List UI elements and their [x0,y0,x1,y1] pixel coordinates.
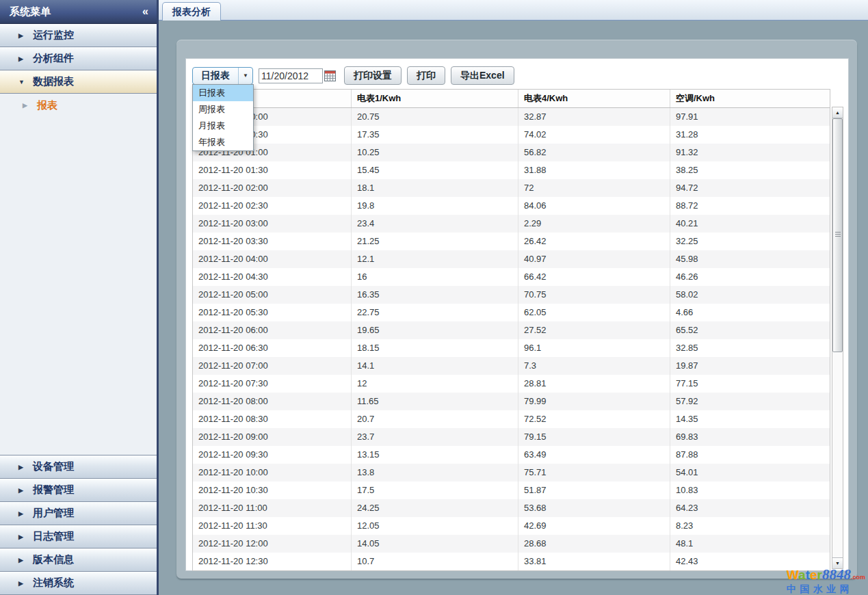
sidebar: 系统菜单 « ▶ 运行监控 ▶ 分析组件 ▼ 数据报表 ▶ 报表 ▶设备管理▶报… [0,0,159,595]
sidebar-item-analysis-components[interactable]: ▶ 分析组件 [0,47,157,70]
table-cell: 74.02 [518,126,670,144]
table-row[interactable]: 2012-11-20 06:3018.1596.132.85 [193,339,830,357]
table-cell: 2012-11-20 11:00 [193,499,352,517]
tab-bar: 报表分析 [159,0,868,21]
table-cell: 22.75 [352,304,518,321]
dropdown-option[interactable]: 日报表 [193,85,253,101]
table-cell: 17.35 [352,126,518,144]
table-row[interactable]: 2012-11-20 00:3017.3574.0231.28 [193,126,830,144]
table-cell: 2012-11-20 03:30 [193,233,352,250]
sidebar-item[interactable]: ▶报警管理 [0,479,157,502]
table-cell: 2.29 [518,215,670,233]
table-cell: 19.65 [352,321,518,339]
calendar-icon[interactable] [324,69,339,82]
table-row[interactable]: 2012-11-20 12:3010.733.8142.43 [193,553,830,570]
table-row[interactable]: 2012-11-20 10:3017.551.8710.83 [193,481,830,499]
table-row[interactable]: 2012-11-20 07:301228.8177.15 [193,375,830,393]
table-cell: 13.15 [352,446,518,464]
table-row[interactable]: 2012-11-20 11:0024.2553.6864.23 [193,499,830,517]
chevron-right-icon: ▶ [18,580,25,587]
table-cell: 14.1 [352,357,518,375]
report-panel: 日报表 ▼ [176,40,857,579]
collapse-sidebar-icon[interactable]: « [142,5,148,18]
table-row[interactable]: 2012-11-20 07:0014.17.319.87 [193,357,830,375]
table-row[interactable]: 2012-11-20 11:3012.0542.698.23 [193,517,830,535]
table-cell: 97.91 [670,108,830,126]
table-row[interactable]: 2012-11-20 08:0011.6579.9957.92 [193,393,830,410]
sidebar-item-run-monitor[interactable]: ▶ 运行监控 [0,24,157,47]
watermark-line2: 中国水业网 [787,584,865,594]
chevron-right-icon: ▶ [18,533,25,540]
table-cell: 17.5 [352,481,518,499]
dropdown-option[interactable]: 年报表 [193,134,253,150]
table-row[interactable]: 2012-11-20 04:0012.140.9745.98 [193,250,830,268]
table-cell: 4.66 [670,304,830,321]
watermark-logo: Water8848.com 中国水业网 [787,568,865,594]
table-row[interactable]: 2012-11-20 04:301666.4246.26 [193,268,830,286]
table-cell: 58.02 [670,286,830,304]
chevron-right-icon: ▶ [18,487,25,494]
sidebar-item[interactable]: ▶用户管理 [0,502,157,525]
table-row[interactable]: 2012-11-20 06:0019.6527.5265.52 [193,321,830,339]
report-type-select[interactable]: 日报表 ▼ [192,67,253,85]
sidebar-item-label: 日志管理 [33,530,74,543]
table-cell: 13.8 [352,464,518,481]
table-cell: 24.25 [352,499,518,517]
print-button[interactable]: 打印 [407,66,445,85]
table-row[interactable]: 2012-11-20 12:0014.0528.6848.1 [193,535,830,553]
table-row[interactable]: 2012-11-20 10:0013.875.7154.01 [193,464,830,481]
table-row[interactable]: 2012-11-20 08:3020.772.5214.35 [193,410,830,428]
table-cell: 38.25 [670,161,830,179]
table-row[interactable]: 2012-11-20 01:0010.2556.8291.32 [193,144,830,161]
sidebar-subitem-report[interactable]: ▶ 报表 [0,94,157,117]
export-excel-button[interactable]: 导出Excel [451,66,514,85]
table-row[interactable]: 2012-11-20 01:3015.4531.8838.25 [193,161,830,179]
table-cell: 2012-11-20 12:00 [193,535,352,553]
table-row[interactable]: 2012-11-20 09:0023.779.1569.83 [193,428,830,446]
sidebar-item-data-reports[interactable]: ▼ 数据报表 [0,70,157,94]
sidebar-header: 系统菜单 « [0,0,157,24]
sidebar-item-label: 注销系统 [33,577,74,590]
table-row[interactable]: 2012-11-20 00:0020.7532.8797.91 [193,108,830,126]
table-row[interactable]: 2012-11-20 05:0016.3570.7558.02 [193,286,830,304]
table-cell: 79.15 [518,428,670,446]
tab-report-analysis[interactable]: 报表分析 [162,2,221,21]
sidebar-spacer [0,117,157,455]
table-row[interactable]: 2012-11-20 02:3019.884.0688.72 [193,197,830,215]
table-cell: 33.81 [518,553,670,570]
table-cell: 79.99 [518,393,670,410]
table-cell: 46.26 [670,268,830,286]
dropdown-option[interactable]: 月报表 [193,118,253,134]
watermark-letter: r [817,568,822,582]
scroll-up-button[interactable]: ▲ [832,107,843,118]
table-header-meter4: 电表4/Kwh [518,90,670,107]
table-row[interactable]: 2012-11-20 02:0018.17294.72 [193,179,830,197]
report-type-dropdown: 日报表周报表月报表年报表 [192,84,254,151]
table-cell: 28.81 [518,375,670,393]
table-row[interactable]: 2012-11-20 09:3013.1563.4987.88 [193,446,830,464]
table-row[interactable]: 2012-11-20 03:3021.2526.4232.25 [193,233,830,250]
table-row[interactable]: 2012-11-20 03:0023.42.2940.21 [193,215,830,233]
sidebar-item[interactable]: ▶日志管理 [0,525,157,548]
table-cell: 56.82 [518,144,670,161]
table-cell: 48.1 [670,535,830,553]
dropdown-option[interactable]: 周报表 [193,101,253,118]
watermark-letter: W [787,568,798,582]
table-cell: 75.71 [518,464,670,481]
vertical-scrollbar[interactable]: ▲ ▼ [832,107,843,569]
watermark-line1: Water8848.com [787,568,865,582]
table-cell: 16.35 [352,286,518,304]
print-settings-button[interactable]: 打印设置 [344,66,402,85]
sidebar-item[interactable]: ▶版本信息 [0,548,157,572]
table-row[interactable]: 2012-11-20 05:3022.7562.054.66 [193,304,830,321]
table-header-row: 电表1/Kwh 电表4/Kwh 空调/Kwh [193,90,830,108]
table-cell: 64.23 [670,499,830,517]
sidebar-item[interactable]: ▶设备管理 [0,455,157,479]
table-cell: 40.21 [670,215,830,233]
sidebar-item[interactable]: ▶注销系统 [0,572,157,595]
scrollbar-thumb[interactable] [832,118,843,352]
date-input[interactable] [259,68,323,83]
table-cell: 2012-11-20 06:00 [193,321,352,339]
table-cell: 32.85 [670,339,830,357]
table-cell: 31.88 [518,161,670,179]
